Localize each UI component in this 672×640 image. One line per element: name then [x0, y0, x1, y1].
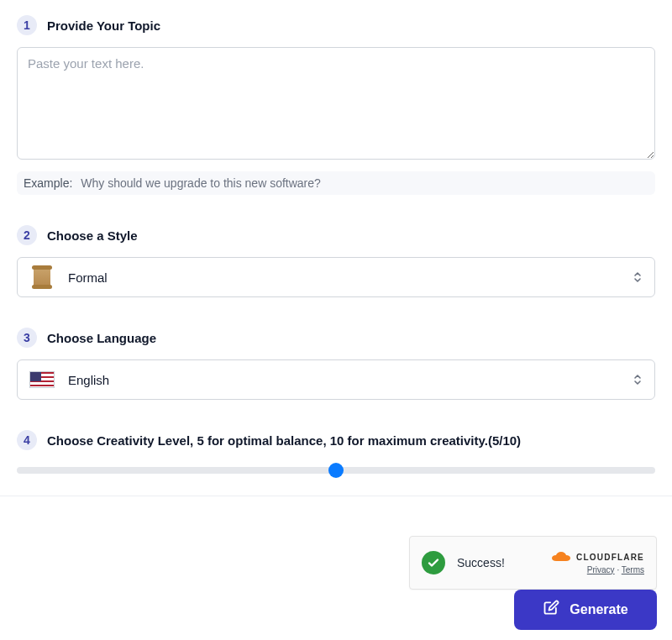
section-divider	[0, 496, 672, 496]
step-topic-header: 1 Provide Your Topic	[17, 15, 655, 35]
step-style-title: Choose a Style	[47, 228, 138, 243]
topic-example-text: Why should we upgrade to this new softwa…	[81, 176, 321, 190]
turnstile-terms-link[interactable]: Terms	[622, 565, 644, 574]
style-select-value: Formal	[68, 270, 108, 285]
step-creativity-title: Choose Creativity Level, 5 for optimal b…	[47, 433, 521, 448]
style-select[interactable]: Formal	[17, 257, 655, 297]
language-select-value: English	[68, 373, 109, 387]
step-number-4: 4	[17, 430, 37, 450]
turnstile-separator: ·	[617, 565, 619, 574]
topic-example-label: Example:	[24, 176, 72, 190]
generate-button[interactable]: Generate	[514, 590, 657, 630]
us-flag-icon	[29, 371, 55, 388]
step-topic: 1 Provide Your Topic Example: Why should…	[17, 15, 655, 195]
step-number-2: 2	[17, 225, 37, 245]
chevron-up-down-icon	[633, 270, 643, 284]
generate-button-label: Generate	[570, 602, 627, 617]
chevron-up-down-icon	[633, 373, 643, 386]
step-style-header: 2 Choose a Style	[17, 225, 655, 245]
step-creativity-header: 4 Choose Creativity Level, 5 for optimal…	[17, 430, 655, 450]
step-creativity: 4 Choose Creativity Level, 5 for optimal…	[17, 430, 655, 477]
step-number-3: 3	[17, 328, 37, 348]
language-select[interactable]: English	[17, 359, 655, 400]
step-style: 2 Choose a Style Formal	[17, 225, 655, 297]
check-circle-icon	[422, 551, 445, 574]
edit-square-icon	[543, 600, 559, 620]
turnstile-widget: Success! CLOUDFLARE Privacy · Terms	[409, 536, 657, 590]
scroll-icon	[29, 268, 55, 286]
step-number-1: 1	[17, 15, 37, 35]
cloudflare-wordmark: CLOUDFLARE	[576, 553, 644, 562]
creativity-slider[interactable]	[17, 467, 655, 474]
turnstile-privacy-link[interactable]: Privacy	[587, 565, 615, 574]
step-topic-title: Provide Your Topic	[47, 18, 160, 33]
turnstile-status: Success!	[457, 556, 505, 569]
cloud-icon	[551, 552, 573, 564]
step-language-header: 3 Choose Language	[17, 328, 655, 348]
cloudflare-logo: CLOUDFLARE	[551, 552, 644, 564]
topic-textarea[interactable]	[17, 47, 655, 160]
topic-example: Example: Why should we upgrade to this n…	[17, 171, 655, 195]
step-language: 3 Choose Language English	[17, 328, 655, 400]
step-language-title: Choose Language	[47, 331, 156, 345]
turnstile-links: Privacy · Terms	[587, 565, 644, 574]
